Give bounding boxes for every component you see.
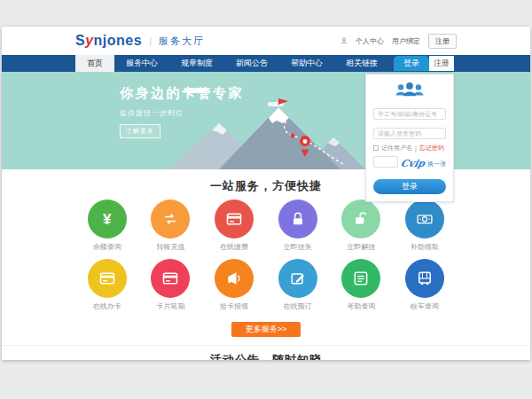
card-icon (225, 210, 243, 228)
service-apply-card[interactable]: 在线办卡 (75, 259, 139, 311)
service-pay-online[interactable]: 在线缴费 (202, 200, 266, 252)
header: Synjones | 服务大厅 个人中心 用户绑定 注册 (2, 27, 530, 55)
remember-label: 记住用户名 (381, 144, 412, 153)
transfer-icon (161, 210, 179, 228)
nav-item-news[interactable]: 新闻公告 (224, 55, 279, 72)
edit-icon (289, 270, 307, 287)
service-lost-found[interactable]: 拾卡招领 (202, 259, 266, 311)
user-bind-link[interactable]: 用户绑定 (392, 36, 420, 46)
captcha-image: Cvip (400, 158, 426, 169)
megaphone-icon (225, 270, 243, 287)
personal-center-link[interactable]: 个人中心 (356, 36, 384, 46)
banknote-icon (416, 210, 434, 228)
nav-item-home[interactable]: 首页 (75, 55, 114, 72)
remember-checkbox[interactable] (373, 145, 379, 151)
logo-text-rest: njones (94, 33, 143, 48)
service-subsidy[interactable]: 补助领取 (393, 200, 457, 252)
users-group-icon (395, 82, 425, 97)
login-tab[interactable]: 登录 (394, 56, 429, 71)
card-icon (161, 270, 179, 287)
service-transfer[interactable]: 转账充值 (139, 200, 203, 252)
username-input[interactable] (373, 108, 446, 120)
service-school-bus[interactable]: 校车查询 (393, 259, 457, 311)
mountains-illustration (170, 98, 365, 169)
service-card-extension[interactable]: 卡片延期 (139, 259, 203, 311)
logo-text: S (75, 33, 85, 48)
page: Synjones | 服务大厅 个人中心 用户绑定 注册 首页 服务中心 规章制… (2, 27, 530, 360)
lock-icon (289, 210, 307, 228)
yen-icon: ¥ (103, 212, 111, 227)
nav-item-help[interactable]: 帮助中心 (279, 55, 334, 72)
card-icon (98, 270, 116, 287)
logo[interactable]: Synjones (75, 33, 142, 49)
nav-item-rules[interactable]: 规章制度 (169, 55, 224, 72)
list-icon (352, 270, 370, 287)
service-attendance[interactable]: 考勤查询 (329, 259, 393, 311)
mem-separator: | (415, 145, 417, 152)
service-balance[interactable]: ¥ 余额查询 (75, 200, 139, 252)
forgot-password-link[interactable]: 忘记密码 (419, 144, 444, 153)
login-submit-button[interactable]: 登录 (373, 179, 446, 194)
captcha-input[interactable] (373, 156, 398, 168)
service-report-loss[interactable]: 立即挂失 (266, 200, 330, 252)
logo-accent: y (85, 33, 93, 48)
register-tab[interactable]: 注册 (429, 56, 454, 71)
unlock-icon (352, 210, 370, 228)
user-icon (340, 37, 348, 44)
site-name: 服务大厅 (159, 35, 205, 48)
more-services-button[interactable]: 更多服务>> (231, 322, 301, 337)
register-button[interactable]: 注册 (428, 34, 457, 49)
services-grid: ¥ 余额查询 转账充值 在线缴费 立即挂失 (75, 200, 457, 318)
service-unlock[interactable]: 立即解挂 (329, 200, 393, 252)
hero-cta-button[interactable]: 了解更多 (120, 124, 160, 138)
login-widget: 登录 注册 记住用户名 | 忘记密码 Cvip 换一 (365, 56, 454, 202)
announcements-title: 活动公告，随时知晓 (2, 352, 530, 360)
cloud-decoration (184, 88, 207, 93)
nav-item-service-center[interactable]: 服务中心 (114, 55, 169, 72)
password-input[interactable] (373, 128, 446, 139)
announcements-section: 活动公告，随时知晓 使用指南 最新公告 更多>> 使用指南 更多>> (2, 345, 530, 360)
service-online-booking[interactable]: 在线预订 (266, 259, 330, 311)
captcha-refresh-link[interactable]: 换一张 (427, 160, 446, 168)
bus-icon (416, 270, 434, 287)
header-divider: | (149, 35, 152, 46)
